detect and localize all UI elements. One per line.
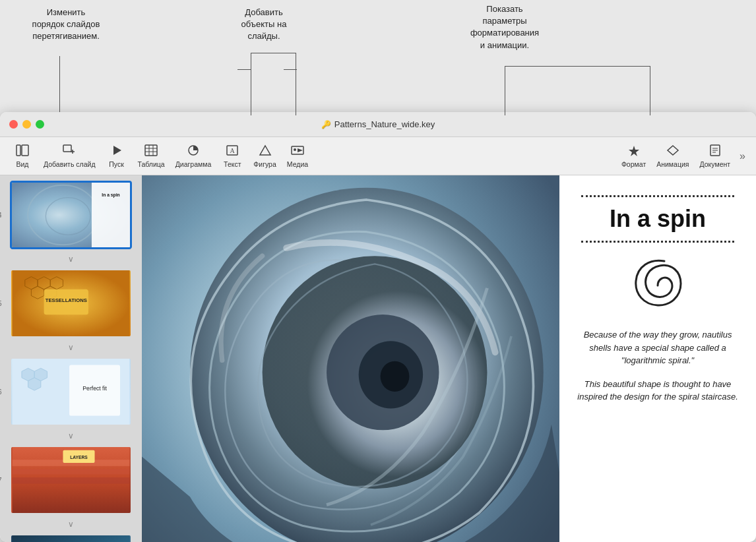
slide-8-container: 8 Under the	[10, 534, 132, 542]
maximize-button[interactable]	[36, 120, 44, 129]
svg-rect-2	[63, 145, 71, 152]
callout-reorder: Изменить порядок слайдов перетягиванием.	[13, 7, 119, 43]
svg-text:TESSELLATIONS: TESSELLATIONS	[46, 297, 87, 303]
callout-format-line-h	[505, 66, 650, 67]
slide-8-thumb[interactable]: Under the surface	[10, 534, 132, 542]
nautilus-photo	[142, 175, 559, 542]
slide-body-1: Because of the way they grow, nautilus s…	[573, 328, 743, 367]
table-icon	[144, 144, 158, 158]
svg-text:A: A	[230, 147, 236, 154]
format-icon	[627, 144, 641, 158]
callout-format-line-v1	[505, 66, 505, 115]
slide-4-number: 4	[0, 212, 2, 219]
slide-canvas: In a spin Because of the way they grow, …	[142, 175, 756, 542]
shape-icon	[259, 144, 272, 158]
slide-body-2: This beautiful shape is thought to have …	[573, 378, 743, 404]
chevron-after-5: ∨	[68, 343, 74, 352]
callout-format-line-v2	[650, 66, 650, 115]
chevron-after-4: ∨	[68, 255, 74, 264]
toolbar-text[interactable]: A Текст	[218, 140, 247, 172]
slide-panel[interactable]: 4	[0, 175, 142, 542]
slide-6-container: 6 Perfect fit	[10, 357, 132, 426]
slide-5-number: 5	[0, 300, 2, 307]
chevron-after-7: ∨	[68, 520, 74, 529]
slide-5-container: 5	[10, 269, 132, 338]
slide-7-number: 7	[0, 477, 2, 484]
toolbar-table[interactable]: Таблица	[134, 140, 169, 172]
top-dotted-line	[581, 195, 734, 197]
main-content: 4	[0, 175, 756, 542]
callout-annotations: Изменить порядок слайдов перетягиванием.…	[0, 0, 756, 115]
slide-main-title: In a spin	[610, 205, 706, 233]
toolbar: Вид Добавить слайд Пуск Таблица Диаграмм…	[0, 137, 756, 175]
callout-reorder-line	[59, 56, 60, 112]
chevron-after-6: ∨	[68, 431, 74, 440]
svg-rect-6	[145, 145, 157, 156]
chart-icon	[187, 144, 200, 158]
svg-marker-39	[28, 378, 41, 390]
callout-add-line-h1	[237, 69, 251, 70]
document-icon	[709, 144, 722, 158]
main-window: 🔑 Patterns_Nature_wide.key Вид Добавить …	[0, 112, 756, 542]
toolbar-shape[interactable]: Фигура	[249, 140, 280, 172]
svg-marker-5	[113, 146, 121, 155]
canvas-area: In a spin Because of the way they grow, …	[142, 175, 756, 542]
toolbar-expand-button[interactable]: »	[737, 148, 748, 165]
slide-6-thumb[interactable]: Perfect fit	[10, 357, 132, 426]
slide-4-thumb[interactable]: In a spin	[10, 181, 132, 249]
svg-marker-14	[260, 146, 270, 155]
toolbar-play[interactable]: Пуск	[102, 140, 131, 172]
text-icon: A	[226, 144, 239, 158]
svg-text:Perfect fit: Perfect fit	[82, 385, 107, 392]
toolbar-format[interactable]: Формат	[617, 140, 650, 172]
toolbar-media[interactable]: Медиа	[283, 140, 312, 172]
callout-add-line-v	[251, 53, 251, 115]
toolbar-view[interactable]: Вид	[8, 140, 37, 172]
toolbar-chart[interactable]: Диаграмма	[172, 140, 216, 172]
slide-right-panel: In a spin Because of the way they grow, …	[559, 175, 756, 542]
slide-4-container: 4	[10, 181, 132, 249]
callout-add-line-v2	[296, 53, 296, 115]
play-icon	[111, 144, 123, 158]
svg-rect-44	[13, 469, 130, 475]
bottom-dotted-line	[581, 241, 734, 243]
svg-text:LAYERS: LAYERS	[70, 455, 88, 460]
svg-point-16	[294, 148, 296, 151]
view-icon	[16, 144, 29, 158]
svg-rect-45	[13, 477, 130, 484]
media-icon	[291, 144, 304, 158]
window-title: 🔑 Patterns_Nature_wide.key	[321, 119, 435, 129]
callout-add-line-top	[251, 53, 296, 53]
add-slide-icon	[63, 144, 76, 158]
toolbar-document[interactable]: Документ	[696, 140, 735, 172]
file-icon: 🔑	[321, 120, 331, 129]
svg-marker-17	[298, 148, 303, 152]
toolbar-animate[interactable]: Анимация	[652, 140, 693, 172]
callout-add: Добавить объекты на слайды.	[218, 7, 310, 43]
svg-rect-0	[16, 145, 20, 156]
titlebar: 🔑 Patterns_Nature_wide.key	[0, 112, 756, 137]
minimize-button[interactable]	[22, 120, 31, 129]
slide-5-thumb[interactable]: TESSELLATIONS	[10, 269, 132, 338]
svg-marker-18	[668, 146, 678, 155]
spiral-icon	[628, 256, 687, 315]
callout-format: Показать параметры форматирования и аним…	[449, 3, 561, 51]
close-button[interactable]	[9, 120, 18, 129]
svg-rect-1	[22, 145, 28, 156]
slide-6-number: 6	[0, 388, 2, 396]
toolbar-add-slide[interactable]: Добавить слайд	[40, 140, 100, 172]
traffic-lights	[9, 120, 44, 129]
callout-add-line-h2	[284, 69, 297, 70]
svg-point-62	[381, 361, 410, 392]
slide-7-container: 7	[10, 446, 132, 514]
animate-icon	[666, 144, 679, 158]
svg-rect-48	[13, 535, 130, 542]
slide-7-thumb[interactable]: LAYERS	[10, 446, 132, 514]
svg-text:In a spin: In a spin	[102, 193, 119, 198]
